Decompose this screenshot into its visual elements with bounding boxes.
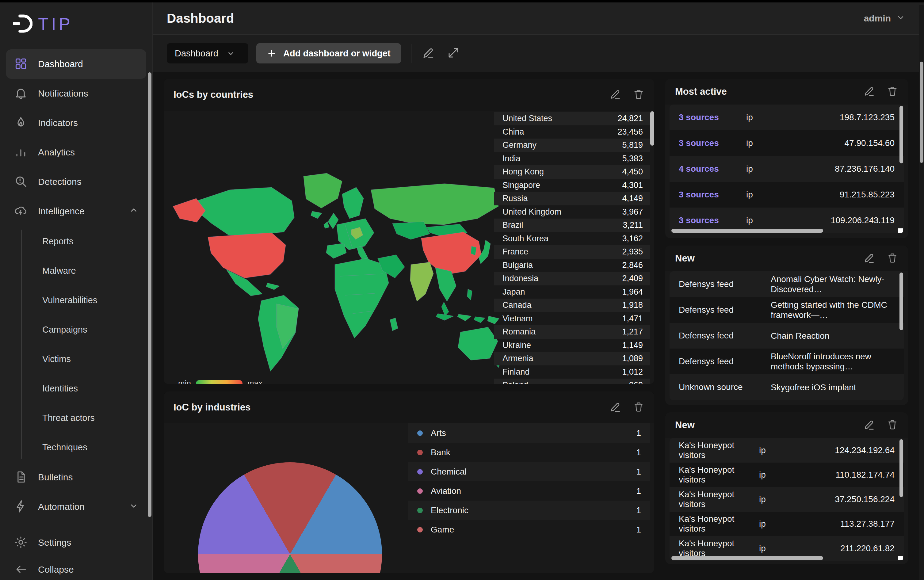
sidebar-item-identities[interactable]: Identities xyxy=(6,374,146,403)
list-horizontal-scrollbar-thumb[interactable] xyxy=(671,229,823,233)
most-active-row[interactable]: 3 sources ip 91.215.85.223 xyxy=(670,182,904,208)
list-horizontal-scrollbar[interactable] xyxy=(671,556,894,560)
new-feed-row[interactable]: Defensys feed Anomali Cyber Watch: Newly… xyxy=(670,271,904,297)
sidebar-item-analytics[interactable]: Analytics xyxy=(6,138,146,167)
sidebar-item-automation[interactable]: Automation xyxy=(6,492,146,521)
country-row[interactable]: United States 24,821 xyxy=(494,112,650,125)
delete-widget-icon[interactable] xyxy=(633,88,644,101)
country-row[interactable]: Singapore 4,301 xyxy=(494,179,650,192)
legend-row[interactable]: Electronic 1 xyxy=(408,501,650,520)
country-row[interactable]: Poland 969 xyxy=(494,379,650,384)
delete-widget-icon[interactable] xyxy=(886,252,898,265)
user-menu[interactable]: admin xyxy=(864,13,905,24)
country-row[interactable]: France 2,935 xyxy=(494,245,650,259)
legend-row[interactable]: Chemical 1 xyxy=(408,462,650,481)
edit-widget-icon[interactable] xyxy=(609,401,621,414)
country-row[interactable]: United Kingdom 3,967 xyxy=(494,205,650,219)
list-vertical-scrollbar-thumb[interactable] xyxy=(899,106,903,163)
most-active-row[interactable]: 3 sources ip 198.7.123.235 xyxy=(670,105,904,130)
edit-widget-icon[interactable] xyxy=(863,419,875,432)
countries-list-scrollbar-thumb[interactable] xyxy=(650,111,654,146)
fullscreen-expand-icon[interactable] xyxy=(447,46,460,60)
sidebar-item-settings[interactable]: Settings xyxy=(6,529,146,556)
legend-label: Bank xyxy=(431,448,450,457)
sidebar-item-indicators[interactable]: Indicators xyxy=(6,108,146,138)
country-row[interactable]: Romania 1,217 xyxy=(494,325,650,339)
new-honeypot-row[interactable]: Ka's Honeypot visitors ip 124.234.192.64 xyxy=(670,438,904,463)
new-feed-row[interactable]: Defensys feed Chain Reaction xyxy=(670,323,904,349)
sidebar-item-detections[interactable]: Detections xyxy=(6,167,146,196)
app-logo[interactable]: TIP xyxy=(0,2,152,45)
new-honeypot-row[interactable]: Ka's Honeypot visitors ip 37.250.156.224 xyxy=(670,487,904,512)
list-vertical-scrollbar-thumb[interactable] xyxy=(899,439,903,497)
sidebar-item-intelligence[interactable]: Intelligence xyxy=(6,196,146,226)
legend-row[interactable]: Aviation 1 xyxy=(408,481,650,501)
sidebar-item-vulnerabilities[interactable]: Vulnerabilities xyxy=(6,285,146,315)
new-honeypot-row[interactable]: Ka's Honeypot visitors ip 113.27.38.177 xyxy=(670,512,904,536)
sidebar-scrollbar-thumb[interactable] xyxy=(148,72,152,517)
country-row[interactable]: Vietnam 1,471 xyxy=(494,312,650,326)
industries-pie-chart[interactable] xyxy=(198,462,382,573)
feed-title[interactable]: Skygofree iOS implant xyxy=(771,382,894,392)
sources-link[interactable]: 4 sources xyxy=(679,164,746,174)
country-row[interactable]: Bulgaria 2,846 xyxy=(494,259,650,272)
edit-dashboard-icon[interactable] xyxy=(422,46,435,60)
new-feed-row[interactable]: Defensys feed BlueNoroff introduces new … xyxy=(670,349,904,374)
edit-widget-icon[interactable] xyxy=(863,85,875,98)
country-row[interactable]: Japan 1,964 xyxy=(494,285,650,299)
sidebar-item-campaigns[interactable]: Campaigns xyxy=(6,315,146,344)
feed-title[interactable]: Anomali Cyber Watch: Newly-Discovered… xyxy=(771,274,894,294)
feed-title[interactable]: BlueNoroff introduces new methods bypass… xyxy=(771,351,894,372)
feed-title[interactable]: Getting started with the CDMC framework—… xyxy=(771,300,894,320)
list-horizontal-scrollbar[interactable] xyxy=(671,229,894,233)
delete-widget-icon[interactable] xyxy=(886,85,898,98)
sidebar-item-threat-actors[interactable]: Threat actors xyxy=(6,403,146,433)
sidebar-item-techniques[interactable]: Techniques xyxy=(6,433,146,462)
page-scrollbar[interactable] xyxy=(919,5,924,580)
edit-widget-icon[interactable] xyxy=(609,88,621,101)
list-vertical-scrollbar-thumb[interactable] xyxy=(899,272,903,330)
sidebar-scrollbar[interactable] xyxy=(148,48,152,578)
sources-link[interactable]: 3 sources xyxy=(679,112,746,122)
sources-link[interactable]: 3 sources xyxy=(679,190,746,199)
most-active-row[interactable]: 3 sources ip 47.90.154.60 xyxy=(670,130,904,156)
country-row[interactable]: China 23,456 xyxy=(494,125,650,139)
world-choropleth-map[interactable] xyxy=(169,172,503,375)
country-row[interactable]: Brazil 3,211 xyxy=(494,219,650,232)
country-row[interactable]: Russia 4,149 xyxy=(494,192,650,205)
delete-widget-icon[interactable] xyxy=(633,401,644,414)
countries-list-scrollbar[interactable] xyxy=(650,111,654,384)
list-horizontal-scrollbar-thumb[interactable] xyxy=(671,556,823,560)
feed-title[interactable]: Chain Reaction xyxy=(771,331,894,341)
page-scrollbar-thumb[interactable] xyxy=(920,62,923,163)
sidebar-item-notifications[interactable]: Notifications xyxy=(6,79,146,108)
country-row[interactable]: Germany 5,819 xyxy=(494,138,650,152)
sidebar-item-victims[interactable]: Victims xyxy=(6,344,146,374)
country-row[interactable]: Ukraine 1,149 xyxy=(494,339,650,352)
sidebar-item-reports[interactable]: Reports xyxy=(6,227,146,256)
sidebar-item-malware[interactable]: Malware xyxy=(6,256,146,285)
country-row[interactable]: India 5,383 xyxy=(494,152,650,166)
country-row[interactable]: Indonesia 2,409 xyxy=(494,272,650,285)
legend-row[interactable]: Arts 1 xyxy=(408,423,650,443)
country-row[interactable]: Armenia 1,089 xyxy=(494,352,650,366)
delete-widget-icon[interactable] xyxy=(886,419,898,432)
new-honeypot-row[interactable]: Ka's Honeypot visitors ip 110.182.174.74 xyxy=(670,463,904,487)
sidebar-item-bulletins[interactable]: Bulletins xyxy=(6,463,146,492)
new-feed-row[interactable]: Defensys feed Getting started with the C… xyxy=(670,297,904,323)
country-row[interactable]: South Korea 3,162 xyxy=(494,232,650,246)
country-row[interactable]: Finland 1,012 xyxy=(494,366,650,379)
sidebar-item-dashboard[interactable]: Dashboard xyxy=(6,49,146,79)
country-row[interactable]: Canada 1,918 xyxy=(494,298,650,312)
legend-row[interactable]: Game 1 xyxy=(408,520,650,539)
sidebar-item-collapse[interactable]: Collapse xyxy=(6,556,146,580)
legend-row[interactable]: Bank 1 xyxy=(408,443,650,462)
most-active-row[interactable]: 4 sources ip 87.236.176.140 xyxy=(670,156,904,182)
new-feed-row[interactable]: Unknown source Skygofree iOS implant xyxy=(670,374,904,400)
sources-link[interactable]: 3 sources xyxy=(679,216,746,225)
add-dashboard-or-widget-button[interactable]: Add dashboard or widget xyxy=(256,43,401,63)
sources-link[interactable]: 3 sources xyxy=(679,138,746,148)
dashboard-select[interactable]: Dashboard xyxy=(167,43,248,63)
edit-widget-icon[interactable] xyxy=(863,252,875,265)
country-row[interactable]: Hong Kong 4,450 xyxy=(494,165,650,179)
